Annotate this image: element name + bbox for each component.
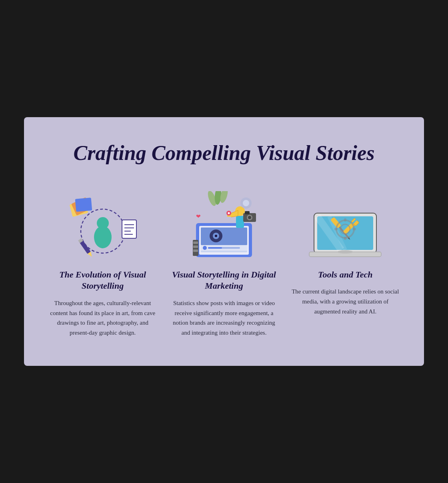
art-tools-icon	[63, 191, 143, 259]
svg-point-51	[337, 250, 353, 253]
tools-tech-title: Tools and Tech	[318, 269, 373, 281]
svg-rect-61	[344, 237, 346, 240]
svg-point-35	[248, 216, 251, 219]
svg-rect-17	[201, 228, 247, 245]
svg-rect-38	[193, 242, 198, 244]
laptop-tools-icon	[305, 191, 385, 259]
digital-marketing-icon-container: ❤	[180, 189, 268, 261]
svg-point-45	[228, 212, 230, 214]
main-title: Crafting Compelling Visual Stories	[48, 141, 400, 165]
digital-marketing-title: Visual Storytelling in Digital Marketing	[169, 269, 278, 292]
svg-marker-27	[231, 210, 238, 217]
svg-point-1	[97, 217, 109, 229]
svg-text:❤: ❤	[196, 214, 201, 220]
svg-rect-60	[344, 218, 346, 222]
svg-point-0	[94, 226, 112, 248]
column-digital-marketing: ❤ Visual Storytelling in Digital Marketi…	[169, 189, 278, 338]
evolution-icon-container	[59, 189, 147, 261]
svg-rect-26	[236, 216, 244, 228]
infographic-card: Crafting Compelling Visual Stories	[24, 117, 424, 366]
svg-rect-6	[122, 220, 136, 238]
digital-marketing-icon: ❤	[184, 191, 264, 259]
digital-marketing-body: Statistics show posts with images or vid…	[169, 298, 278, 338]
svg-rect-33	[245, 211, 250, 214]
svg-point-19	[203, 246, 207, 250]
svg-point-42	[243, 200, 249, 206]
evolution-body: Throughout the ages, culturally-relevant…	[48, 298, 157, 338]
columns-container: The Evolution of Visual Storytelling Thr…	[48, 189, 400, 338]
tools-tech-icon-container	[301, 189, 389, 261]
column-tools-tech: Tools and Tech The current digital lands…	[291, 189, 400, 338]
svg-rect-62	[334, 228, 338, 230]
svg-rect-63	[353, 228, 356, 230]
column-evolution: The Evolution of Visual Storytelling Thr…	[48, 189, 157, 338]
svg-point-24	[215, 235, 217, 237]
svg-rect-40	[193, 249, 198, 252]
svg-rect-39	[193, 245, 198, 248]
tools-tech-body: The current digital landscape relies on …	[291, 287, 400, 316]
svg-rect-13	[75, 198, 92, 212]
svg-rect-21	[208, 247, 222, 249]
evolution-title: The Evolution of Visual Storytelling	[48, 269, 157, 292]
